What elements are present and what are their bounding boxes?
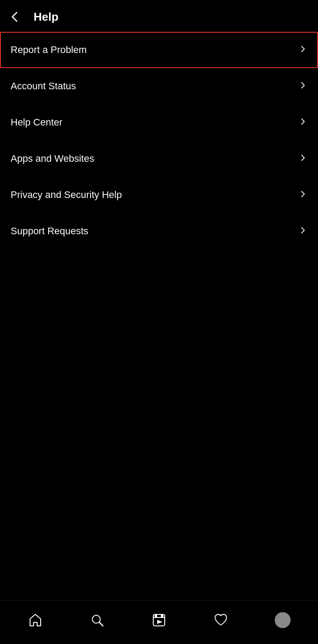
menu-item-help-center[interactable]: Help Center	[0, 104, 318, 141]
header: Help	[0, 0, 318, 32]
chevron-right-icon	[299, 45, 307, 56]
menu-item-support-requests[interactable]: Support Requests	[0, 213, 318, 249]
nav-reels-button[interactable]	[128, 609, 190, 632]
nav-home-button[interactable]	[4, 609, 66, 632]
profile-avatar-icon	[275, 612, 291, 628]
svg-point-6	[161, 615, 163, 617]
menu-item-account-status[interactable]: Account Status	[0, 68, 318, 104]
chevron-right-icon	[299, 117, 307, 128]
nav-likes-button[interactable]	[190, 609, 252, 632]
search-icon	[89, 612, 105, 628]
menu-list: Report a Problem Account Status Help Cen…	[0, 32, 318, 425]
menu-item-report-problem[interactable]: Report a Problem	[0, 32, 318, 68]
menu-item-label: Help Center	[11, 117, 62, 128]
page-title: Help	[34, 10, 58, 24]
chevron-right-icon	[299, 81, 307, 92]
heart-icon	[213, 612, 229, 628]
chevron-right-icon	[299, 153, 307, 164]
menu-item-apps-websites[interactable]: Apps and Websites	[0, 141, 318, 177]
nav-profile-button[interactable]	[252, 609, 314, 632]
chevron-right-icon	[299, 190, 307, 201]
reels-icon	[151, 612, 167, 628]
svg-point-5	[155, 615, 157, 617]
menu-item-label: Apps and Websites	[11, 153, 94, 164]
menu-item-label: Privacy and Security Help	[11, 189, 122, 201]
menu-item-privacy-security[interactable]: Privacy and Security Help	[0, 177, 318, 213]
menu-item-label: Support Requests	[11, 225, 88, 237]
menu-item-label: Account Status	[11, 80, 76, 92]
bottom-nav	[0, 600, 318, 644]
menu-item-label: Report a Problem	[11, 44, 87, 56]
back-button[interactable]	[9, 9, 25, 25]
nav-search-button[interactable]	[66, 609, 128, 632]
chevron-right-icon	[299, 226, 307, 237]
svg-marker-7	[158, 621, 161, 623]
svg-line-1	[99, 622, 103, 626]
home-icon	[27, 612, 43, 628]
